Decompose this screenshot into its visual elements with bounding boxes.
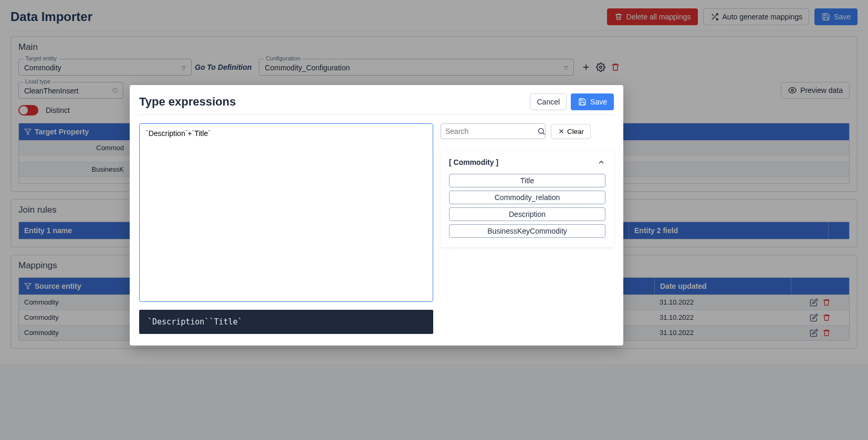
modal-save-button[interactable]: Save [571, 93, 614, 110]
search-input-wrapper [441, 123, 546, 139]
modal-title: Type expressions [139, 95, 236, 109]
expression-textarea[interactable] [139, 123, 433, 302]
clear-button[interactable]: Clear [551, 124, 591, 139]
field-option-businesskey[interactable]: BusinessKeyCommodity [449, 224, 605, 238]
button-label: Clear [567, 128, 584, 135]
field-option-title[interactable]: Title [449, 174, 605, 187]
commodity-accordion: [ Commodity ] Title Commodity_relation D… [441, 151, 614, 247]
save-icon [578, 97, 587, 107]
field-option-description[interactable]: Description [449, 207, 605, 221]
svg-point-2 [539, 129, 543, 133]
cancel-button[interactable]: Cancel [530, 93, 567, 110]
button-label: Save [590, 98, 607, 106]
accordion-title: [ Commodity ] [449, 158, 498, 166]
search-icon[interactable] [537, 127, 546, 135]
field-option-commodity-relation[interactable]: Commodity_relation [449, 191, 605, 204]
expression-preview: `Description``Title` [139, 310, 433, 334]
close-icon [558, 128, 565, 135]
chevron-up-icon[interactable] [597, 158, 605, 166]
type-expressions-modal: Type expressions Cancel Save `Descriptio… [130, 85, 623, 345]
search-input[interactable] [445, 127, 537, 135]
